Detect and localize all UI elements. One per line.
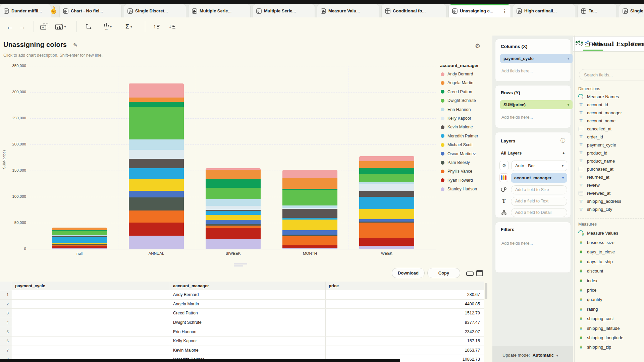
tab-format[interactable]: Format — [632, 42, 644, 47]
bar-segment[interactable] — [52, 231, 107, 235]
bar-segment[interactable] — [206, 188, 261, 199]
bar-segment[interactable] — [206, 206, 261, 210]
bar-segment[interactable] — [129, 168, 184, 179]
field-item-account-name[interactable]: Taccount_name — [578, 118, 644, 123]
columns-add-fields-placeholder[interactable]: Add fields here... — [501, 69, 533, 73]
color-field-pill[interactable]: account_manager ▾ — [511, 173, 567, 183]
table-row[interactable]: 2Angela Martin4400.85 — [0, 300, 484, 309]
field-item-shipping-longitude[interactable]: #shipping_longitude — [578, 335, 644, 340]
field-item-product-id[interactable]: Tproduct_id — [578, 150, 644, 156]
download-button[interactable]: Download — [392, 268, 425, 278]
minimize-table-icon[interactable] — [466, 272, 474, 276]
bar-segment[interactable] — [282, 190, 337, 205]
bar-segment[interactable] — [129, 197, 184, 210]
bar-segment[interactable] — [282, 178, 337, 189]
legend-item[interactable]: Meredith Palmer — [441, 134, 478, 138]
bar-segment[interactable] — [359, 161, 414, 168]
field-item-returned-at[interactable]: Treturned_at — [578, 174, 644, 180]
bar-segment[interactable] — [206, 220, 261, 224]
columns-field-pill[interactable]: payment_cycle ▾ — [500, 54, 573, 63]
search-fields-input[interactable] — [579, 69, 644, 80]
column-header-payment-cycle[interactable]: payment_cycle — [12, 282, 170, 290]
field-item-shipping-cost[interactable]: #shipping_cost — [578, 316, 644, 321]
legend-item[interactable]: Stanley Hudson — [441, 187, 477, 191]
table-row[interactable]: 4Dwight Schrute8377.47 — [0, 318, 484, 327]
undo-button[interactable]: ← — [4, 20, 15, 33]
info-icon[interactable]: ⓘ — [560, 138, 565, 144]
tab-single-discret[interactable]: Single Discret... — [124, 4, 186, 17]
tab-multiple-serie[interactable]: Multiple Serie... — [253, 4, 315, 17]
tab-single-contin[interactable]: Single Contin... — [619, 4, 644, 17]
field-item-shipping-city[interactable]: Tshipping_city — [578, 206, 644, 212]
bar-segment[interactable] — [206, 179, 261, 188]
bar-segment[interactable] — [129, 159, 184, 168]
field-item-account-manager[interactable]: Taccount_manager — [578, 110, 644, 115]
bar-segment[interactable] — [52, 237, 107, 243]
table-row[interactable]: 7Kevin Malone1863.77 — [0, 346, 484, 355]
bar-segment[interactable] — [129, 191, 184, 197]
legend-item[interactable]: Michael Scott — [441, 142, 473, 147]
tab-unassigning-c[interactable]: Unassigning c...⋮ — [448, 4, 511, 17]
swap-axes-button[interactable] — [82, 20, 95, 33]
legend-item[interactable]: Dwight Schrute — [441, 98, 476, 103]
redo-button[interactable]: → — [17, 20, 28, 33]
bar-segment[interactable] — [129, 107, 184, 139]
bar-segment[interactable] — [52, 228, 107, 230]
bar-segment[interactable] — [282, 248, 337, 249]
chart-description-placeholder[interactable]: Click to add chart description. Shift-en… — [3, 53, 103, 58]
bar-segment[interactable] — [359, 191, 414, 197]
bar-segment[interactable] — [359, 219, 414, 222]
bar-month[interactable] — [282, 170, 337, 249]
field-item-order-id[interactable]: Torder_id — [578, 134, 644, 139]
legend-item[interactable]: Pam Beesly — [441, 160, 470, 165]
legend-item[interactable]: Phyllis Vance — [441, 169, 472, 174]
field-item-shipping-latitude[interactable]: #shipping_latitude — [578, 325, 644, 331]
bar-segment[interactable] — [129, 236, 184, 249]
field-item-reviewed-at[interactable]: reviewed_at — [578, 190, 644, 196]
maximize-table-icon[interactable] — [476, 270, 483, 276]
bar-segment[interactable] — [282, 170, 337, 178]
tab-measure-valu[interactable]: Measure Valu... — [317, 4, 379, 17]
tab-chart-no-fiel[interactable]: Chart - No fiel... — [59, 4, 122, 17]
bar-week[interactable] — [359, 156, 414, 249]
bar-segment[interactable] — [359, 197, 414, 209]
bar-segment[interactable] — [129, 98, 184, 102]
bar-segment[interactable] — [282, 209, 337, 218]
field-item-index[interactable]: #index — [578, 278, 644, 283]
column-header-price[interactable]: price — [326, 282, 483, 290]
table-vertical-scrollbar[interactable] — [485, 283, 487, 299]
bar-annual[interactable] — [129, 83, 184, 249]
tab-fields[interactable]: Fields — [589, 42, 602, 47]
bar-segment[interactable] — [282, 245, 337, 248]
tab-high-cardinali[interactable]: High cardinali... — [513, 4, 575, 17]
field-item-cancelled-at[interactable]: cancelled_at — [578, 126, 644, 131]
color-encoding-icon[interactable] — [499, 173, 508, 182]
detail-field-input[interactable] — [511, 208, 567, 217]
table-row[interactable]: 3Creed Patton1512.79 — [0, 309, 484, 318]
bar-segment[interactable] — [282, 205, 337, 208]
field-item-rating[interactable]: #rating — [578, 306, 644, 312]
bar-segment[interactable] — [206, 211, 261, 215]
field-item-business-size[interactable]: #business_size — [578, 240, 644, 245]
bar-biweek[interactable] — [206, 168, 261, 249]
field-item-payment-cycle[interactable]: Tpayment_cycle — [578, 142, 644, 147]
legend-item[interactable]: Ryan Howard — [441, 178, 473, 183]
tab-ta[interactable]: Ta... — [577, 4, 617, 17]
bar-segment[interactable] — [206, 239, 261, 249]
field-item-discount[interactable]: #discount — [578, 268, 644, 274]
column-header-account-manager[interactable]: account_manager — [170, 282, 326, 290]
tab-dunder-miffli[interactable]: Dunder miffli... — [0, 4, 51, 17]
size-field-input[interactable] — [511, 185, 567, 194]
tab-conditional-fo[interactable]: Conditional fo... — [381, 4, 446, 17]
chart-settings-gear-icon[interactable]: ⚙ — [475, 42, 480, 50]
update-mode-dropdown[interactable]: Automatic ▾ — [533, 353, 558, 358]
field-item-shipping-address[interactable]: Tshipping_address — [578, 198, 644, 204]
duplicate-chart-button[interactable]: + — [38, 20, 50, 33]
field-item-quantity[interactable]: #quantity — [578, 297, 644, 302]
legend-item[interactable]: Creed Patton — [441, 89, 472, 94]
delete-chart-button[interactable]: × ▾ — [53, 20, 68, 33]
bar-segment[interactable] — [129, 150, 184, 159]
field-item-measure-names[interactable]: TMeasure Names — [578, 94, 644, 99]
copy-button[interactable]: Copy — [427, 268, 460, 278]
edit-title-pencil-icon[interactable]: ✎ — [73, 42, 77, 48]
